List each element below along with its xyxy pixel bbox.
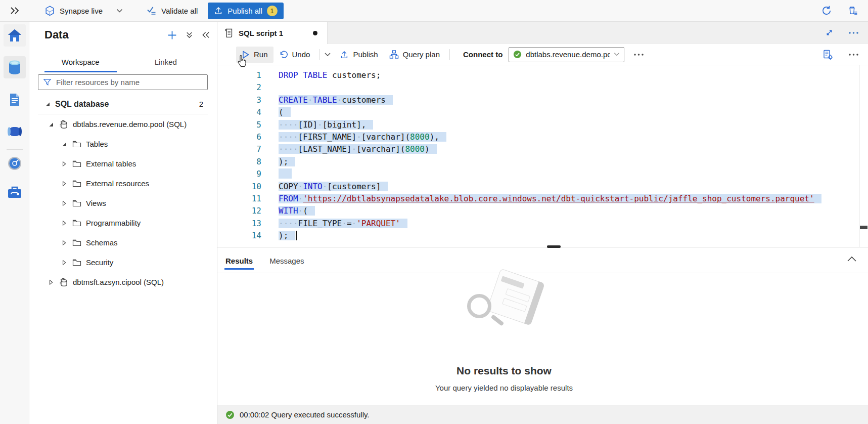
line-number[interactable]: 14 — [217, 230, 261, 242]
chevron-expanded-icon[interactable] — [61, 141, 67, 147]
tab-sql-script-1[interactable]: SQL script 1 — [217, 22, 328, 44]
data-panel-actions — [167, 30, 210, 40]
code-editor[interactable]: 1234567891011121314 DROP TABLE customers… — [217, 65, 868, 247]
expand-rail-button[interactable] — [0, 7, 29, 15]
chevron-collapsed-icon[interactable] — [61, 200, 67, 206]
toolbar-more-icon[interactable] — [633, 53, 644, 56]
line-number[interactable]: 6 — [217, 131, 261, 143]
tree-item-tables[interactable]: Tables — [29, 134, 217, 154]
tab-results[interactable]: Results — [225, 248, 253, 273]
discard-trash-icon[interactable] — [847, 5, 858, 16]
line-number[interactable]: 9 — [217, 168, 261, 180]
publish-button[interactable]: Publish — [334, 47, 383, 63]
line-number[interactable]: 11 — [217, 193, 261, 205]
code-line[interactable]: ····[LAST_NAME]·[varchar](8000) — [279, 143, 859, 155]
line-number[interactable]: 2 — [217, 81, 261, 94]
double-chevron-down-icon[interactable] — [186, 31, 193, 39]
line-number[interactable]: 5 — [217, 119, 261, 131]
nav-home[interactable] — [4, 24, 26, 47]
tab-messages[interactable]: Messages — [269, 248, 304, 273]
nav-manage[interactable] — [4, 181, 26, 203]
code-token: = — [347, 219, 352, 228]
tree-item-programmability[interactable]: Programmability — [29, 213, 217, 233]
tree-item-schemas[interactable]: Schemas — [29, 233, 217, 252]
line-number[interactable]: 10 — [217, 181, 261, 193]
code-line[interactable]: CREATE·TABLE·customers — [279, 94, 859, 106]
nav-data[interactable] — [4, 56, 26, 78]
tab-label: SQL script 1 — [239, 29, 283, 37]
chevron-expanded-icon[interactable] — [48, 121, 54, 128]
line-number[interactable]: 13 — [217, 218, 261, 230]
undo-icon — [279, 50, 288, 59]
editor-scrollbar[interactable] — [859, 65, 868, 247]
code-line[interactable] — [279, 168, 859, 180]
add-resource-button[interactable] — [167, 30, 177, 40]
tree-item-label: dbtmsft.azsyn.cipool (SQL) — [73, 278, 164, 286]
tree-item-external-resources[interactable]: External resources — [29, 174, 217, 193]
tab-more-actions-icon[interactable] — [848, 31, 859, 34]
chevron-expanded-icon[interactable] — [44, 101, 51, 107]
code-line[interactable]: ····[FIRST_NAME]·[varchar](8000), — [279, 131, 859, 143]
code-line[interactable]: COPY·INTO·[customers] — [279, 181, 859, 193]
pool-selector-dropdown[interactable]: dbtlabs.revenue.demo.pool — [509, 47, 624, 62]
mode-selector[interactable]: Synapse live — [44, 6, 123, 16]
code-line[interactable]: ( — [279, 106, 859, 118]
publish-all-button[interactable]: Publish all 1 — [208, 3, 283, 19]
code-line[interactable] — [279, 81, 859, 94]
more-run-options-chevron[interactable] — [324, 52, 331, 57]
code-line[interactable]: ); — [279, 156, 859, 168]
chevron-collapsed-icon[interactable] — [61, 260, 67, 266]
filter-resources-input[interactable] — [56, 78, 203, 87]
chevron-collapsed-icon[interactable] — [48, 279, 54, 285]
line-number[interactable]: 1 — [217, 69, 261, 81]
tab-linked[interactable]: Linked — [123, 51, 209, 72]
code-line[interactable]: WITH·( — [279, 205, 859, 217]
tab-workspace-label: Workspace — [62, 58, 100, 66]
code-line[interactable]: ); — [279, 230, 859, 242]
tree-item-sql-database[interactable]: SQL database2 — [29, 94, 217, 114]
panel-title: Data — [44, 28, 69, 41]
run-button[interactable]: Run — [236, 47, 273, 63]
collapse-panel-icon[interactable] — [202, 31, 210, 38]
folder-icon — [72, 238, 82, 248]
tabbar-right-actions — [825, 22, 859, 44]
tree-item-security[interactable]: Security — [29, 252, 217, 272]
query-plan-label: Query plan — [403, 50, 440, 59]
line-number[interactable]: 4 — [217, 106, 261, 118]
collapse-results-chevron[interactable] — [847, 256, 857, 262]
nav-monitor[interactable] — [4, 152, 26, 175]
validate-all-button[interactable]: Validate all — [146, 6, 198, 16]
editor-more-actions-icon[interactable] — [848, 53, 859, 56]
properties-icon[interactable] — [823, 49, 833, 60]
tree-item-external-tables[interactable]: External tables — [29, 154, 217, 174]
undo-button[interactable]: Undo — [273, 47, 316, 63]
code-line[interactable]: ····FILE_TYPE·=·'PARQUET' — [279, 218, 859, 230]
code-line[interactable]: DROP TABLE customers; — [279, 69, 859, 81]
code-line[interactable]: FROM·'https://dbtlabsynapsedatalake.blob… — [279, 193, 859, 205]
chevron-collapsed-icon[interactable] — [61, 181, 67, 187]
chevron-collapsed-icon[interactable] — [61, 220, 67, 226]
nav-integrate[interactable] — [4, 120, 26, 143]
line-number[interactable]: 12 — [217, 205, 261, 217]
tree-item-views[interactable]: Views — [29, 193, 217, 213]
tree-item-dbtlabs-revenue-demo-pool-sql[interactable]: dbtlabs.revenue.demo.pool (SQL) — [29, 114, 217, 134]
splitter-grip[interactable] — [547, 245, 561, 248]
query-plan-button[interactable]: Query plan — [384, 46, 445, 63]
publish-label: Publish — [353, 50, 378, 59]
expand-editor-icon[interactable] — [825, 28, 834, 37]
home-icon — [7, 28, 22, 43]
code-text-area[interactable]: DROP TABLE customers;CREATE·TABLE·custom… — [279, 65, 859, 242]
tree-item-dbtmsft-azsyn-cipool-sql[interactable]: dbtmsft.azsyn.cipool (SQL) — [29, 272, 217, 292]
line-number[interactable]: 3 — [217, 94, 261, 106]
scrollbar-thumb[interactable] — [860, 226, 867, 229]
tab-workspace[interactable]: Workspace — [38, 51, 123, 72]
chevron-collapsed-icon[interactable] — [61, 240, 67, 246]
code-token: ); — [279, 157, 288, 166]
code-line[interactable]: ····[ID]·[bigint], — [279, 119, 859, 131]
nav-develop[interactable] — [4, 89, 26, 111]
line-number[interactable]: 8 — [217, 156, 261, 168]
chevron-collapsed-icon[interactable] — [61, 161, 67, 167]
document-tab-bar: SQL script 1 — [217, 22, 868, 44]
refresh-icon[interactable] — [821, 5, 832, 16]
line-number[interactable]: 7 — [217, 143, 261, 155]
